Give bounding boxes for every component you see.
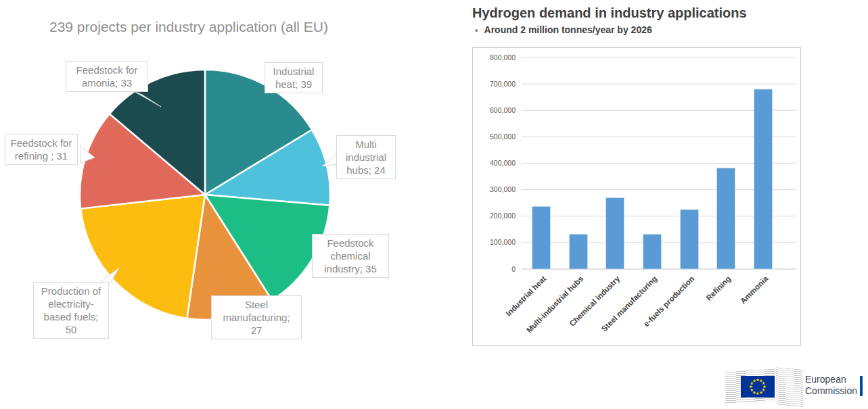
ec-logo-text: European Commission [805,374,857,397]
ec-logo-line1: European [805,374,857,385]
bullet-icon: • [475,25,478,35]
slide: 239 projects per industry application (a… [0,0,868,409]
y-axis-tick-100000: 100,000 [490,238,516,246]
bar-ammonia [754,89,773,269]
y-axis-tick-500000: 500,000 [490,133,516,141]
bar-chart-frame: 0100,000200,000300,000400,000500,000600,… [472,47,801,346]
pie-label-feedstock-chemical-industry: Feedstock chemical industry; 35 [312,234,389,278]
y-axis-tick-0: 0 [511,265,516,273]
bar-chart-title: Hydrogen demand in industry applications [472,5,747,21]
pie-label-industrial-heat: Industrial heat; 39 [265,62,323,93]
x-axis-label-ammonia: Ammonia [739,274,770,306]
x-axis-label-industrial-heat: Industrial heat [504,274,547,318]
y-axis-tick-600000: 600,000 [490,106,516,114]
bar-steel-manufacturing [643,234,662,269]
x-axis-label-refining: Refining [704,274,732,302]
bar-multi-industrial-hubs [570,234,588,269]
ec-logo: European Commission [724,367,868,409]
y-axis-tick-700000: 700,000 [490,80,516,88]
pie-label-steel-manufacturing: Steel manufacturing; 27 [211,295,302,339]
pie-chart [0,0,433,409]
y-axis-tick-400000: 400,000 [490,159,516,167]
eu-flag-icon [741,376,775,398]
bar-e-fuels-production [681,210,699,269]
ec-logo-streaks-right [776,367,803,407]
y-axis-tick-800000: 800,000 [490,53,516,62]
bar-industrial-heat [532,206,551,269]
y-axis-tick-300000: 300,000 [490,185,516,193]
pie-label-feedstock-for-refining: Feedstock for refining ; 31 [5,134,78,165]
pie-label-feedstock-for-amonia: Feedstock for amonia; 33 [66,61,148,92]
pie-label-multi-industrial-hubs: Multi industrial hubs; 24 [336,135,396,179]
ec-logo-line2: Commission [805,385,857,397]
bar-chart: 0100,000200,000300,000400,000500,000600,… [473,48,799,344]
bar-chart-subtitle-text: Around 2 million tonnes/year by 2026 [484,24,652,35]
bar-chemical-industry [606,197,624,269]
bar-refining [717,168,735,269]
bar-chart-subtitle: •Around 2 million tonnes/year by 2026 [475,24,652,35]
pie-label-production-of-electricity-based-fuels: Production of electricity-based fuels; 5… [33,282,109,339]
ec-accent-bar [860,376,863,396]
y-axis-tick-200000: 200,000 [490,212,516,220]
